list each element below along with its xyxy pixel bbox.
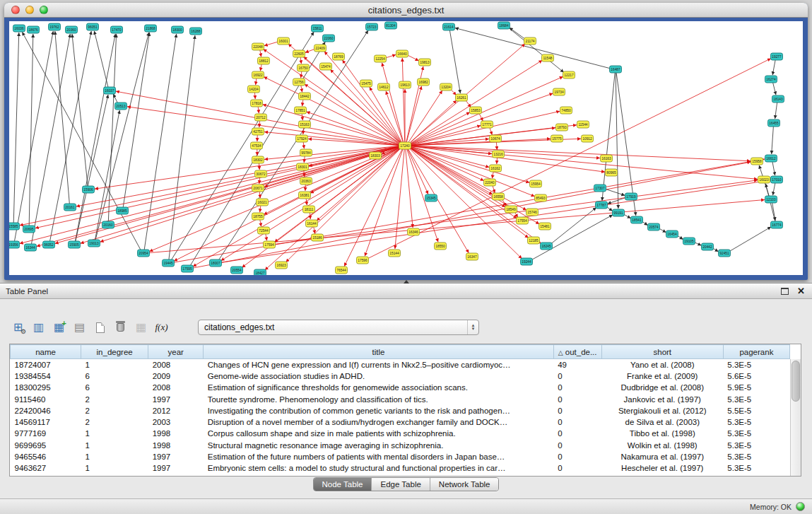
graph-node[interactable]: 15723 [366,23,378,30]
graph-node[interactable]: 16001 [278,37,290,45]
table-row[interactable]: 977716911998Corpus callosum shape and si… [11,428,790,439]
graph-node[interactable]: 18442 [299,93,311,100]
new-table-button[interactable] [90,318,110,337]
graph-node[interactable]: 13204 [440,83,452,90]
graph-node[interactable]: 16346 [408,228,420,235]
table-row[interactable]: 1938455462009Genome-wide association stu… [11,370,790,382]
graph-node[interactable]: 18143 [772,95,784,103]
graph-node[interactable]: 12217 [563,71,575,78]
graph-node[interactable]: 47534 [251,142,263,149]
graph-node[interactable]: 19356 [9,241,20,248]
graph-node[interactable]: 19613 [399,81,411,88]
graph-node[interactable]: 21614 [443,23,455,30]
graph-node[interactable]: 14612 [378,83,390,90]
close-window-button[interactable] [11,6,20,14]
graph-node[interactable]: 16455 [768,119,780,127]
graph-node[interactable]: 15853 [470,107,482,114]
graph-node[interactable]: 18769 [333,53,345,60]
graph-node[interactable]: 18541 [631,216,643,223]
graph-node[interactable]: 16454 [666,230,678,238]
network-canvas[interactable]: 1603618676197622036096051174702186818300… [9,21,803,275]
graph-node[interactable]: 14204 [248,86,260,93]
column-header-pagerank[interactable]: pagerank [723,345,789,359]
graph-node[interactable]: 12103 [765,196,777,203]
graph-node[interactable]: 15163 [299,121,311,128]
table-scrollbar[interactable] [790,359,801,476]
graph-node[interactable]: 20712 [255,114,267,121]
graph-node[interactable]: 80965 [606,169,618,176]
row-height-button[interactable]: ▤ [70,318,89,337]
tab-node-table[interactable]: Node Table [314,478,372,491]
column-header-short[interactable]: short [601,345,723,359]
tab-network-table[interactable]: Network Table [430,478,499,491]
tab-edge-table[interactable]: Edge Table [371,478,429,491]
graph-node[interactable]: 18300 [172,26,184,33]
graph-node[interactable]: 17554 [517,217,529,224]
graph-node[interactable]: 16381 [299,192,311,199]
graph-node[interactable]: 20695 [23,226,35,233]
graph-node[interactable]: 81304 [385,22,397,29]
graph-node[interactable]: 16774 [771,221,783,228]
graph-node[interactable]: 20954 [138,250,150,257]
column-header-name[interactable]: name [11,345,81,359]
delete-table-button[interactable] [111,318,130,337]
graph-node[interactable]: 20671 [252,185,264,192]
table-row[interactable]: 1830029562008Estimation of significance … [11,382,790,393]
table-row[interactable]: 946554611997Estimation of the future num… [11,451,790,462]
graph-node[interactable]: 17470 [111,26,123,33]
graph-node[interactable]: 17594 [264,241,276,248]
show-columns-button[interactable]: ▥ [29,318,48,337]
graph-node[interactable]: 16037 [104,87,116,94]
graph-node[interactable]: 15906 [83,186,95,193]
graph-node[interactable]: 22060 [323,35,335,42]
import-table-button[interactable]: ▦ [131,318,151,337]
graph-node[interactable]: 19734 [553,88,565,95]
graph-node[interactable]: 22040 [484,179,496,186]
graph-node[interactable]: 16163 [601,155,613,162]
close-panel-icon[interactable]: ✕ [797,286,805,296]
graph-node[interactable]: 18245 [541,243,553,250]
graph-node[interactable]: 16640 [396,50,408,57]
graph-node[interactable]: 85493 [535,194,547,201]
float-panel-icon[interactable] [781,288,789,295]
table-mode-button[interactable]: ⊞ [8,318,28,337]
graph-node[interactable]: 92451 [719,250,731,257]
graph-node[interactable]: 15954 [530,180,542,187]
table-row[interactable]: 911546021997Tourette syndrome. Phenomeno… [11,393,790,404]
graph-node[interactable]: 19244 [521,258,533,265]
graph-node[interactable]: 13216 [493,151,505,158]
graph-node[interactable]: 10912 [582,135,594,142]
graph-node[interactable]: 18550 [435,243,447,250]
graph-node[interactable]: 19013 [88,240,100,247]
graph-node[interactable]: 16036 [13,25,25,32]
graph-node[interactable]: 16344 [25,244,37,251]
graph-node[interactable]: 18111 [303,206,315,213]
graph-node[interactable]: 12756 [293,78,305,86]
graph-node[interactable]: 96052 [43,241,55,248]
column-header-title[interactable]: title [204,345,553,359]
graph-node[interactable]: 18684 [498,22,510,29]
graph-node[interactable]: 15958 [751,158,763,165]
graph-node[interactable]: 16261 [456,94,468,101]
function-builder-button[interactable]: f(x) [152,318,171,337]
graph-node[interactable]: 18793 [556,124,568,131]
graph-node[interactable]: 18549 [505,206,517,213]
graph-node[interactable]: 74850 [560,107,572,114]
graph-node[interactable]: 11548 [542,54,554,62]
graph-node[interactable]: 20160 [102,221,114,228]
graph-node[interactable]: 17771 [481,121,493,128]
graph-node[interactable]: 17240 [399,142,411,149]
graph-node[interactable]: 17595 [182,265,194,272]
graph-node[interactable]: 15746 [526,209,539,216]
graph-node[interactable]: 16922 [252,71,264,78]
minimize-window-button[interactable] [25,6,34,14]
graph-node[interactable]: 18755 [252,213,264,220]
table-row[interactable]: 1456911722003Disruption of a novel membe… [11,416,790,428]
graph-node[interactable]: 22409 [314,45,326,52]
graph-node[interactable]: 22048 [252,43,264,50]
graph-node[interactable]: 20360 [66,26,78,33]
network-view[interactable]: 1603618676197622036096051174702186818300… [9,21,803,275]
graph-node[interactable]: 15585 [9,223,20,230]
graph-node[interactable]: 19813 [419,59,431,66]
graph-node[interactable]: 15905 [69,241,81,248]
